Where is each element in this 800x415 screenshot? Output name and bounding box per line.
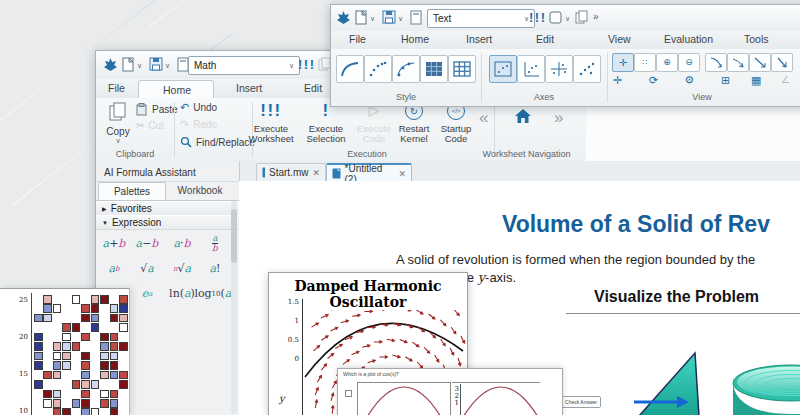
document-tab-untitled[interactable]: *Untitled (2) ✕: [326, 163, 412, 182]
plot-style-patch-button[interactable]: [420, 55, 448, 83]
matrix-cell: [110, 390, 119, 399]
matrix-cell: [53, 399, 62, 408]
tab-file[interactable]: File: [349, 33, 366, 45]
navigate-back-button[interactable]: «: [479, 108, 488, 128]
ai-formula-assistant-row[interactable]: AI Formula Assistant: [96, 163, 239, 182]
matrix-cell: [100, 333, 109, 342]
quiz-plot-option-1[interactable]: [357, 382, 451, 415]
document-tab-start[interactable]: Start.mw ✕: [256, 163, 326, 181]
home-button[interactable]: [514, 108, 532, 125]
plot-style-point-button[interactable]: [364, 55, 392, 83]
new-document-button[interactable]: [354, 10, 369, 26]
scale-x-button[interactable]: [749, 53, 771, 72]
quiz-plot-option-2[interactable]: 321: [452, 382, 540, 415]
plot-style-point-line-button[interactable]: [392, 55, 420, 83]
oscillator-y-label: y: [279, 393, 285, 404]
new-document-dropdown[interactable]: ∨: [370, 15, 375, 23]
probe-crosshair-button[interactable]: ✛: [613, 75, 622, 86]
expression-item[interactable]: ea: [130, 281, 164, 306]
tab-insert[interactable]: Insert: [466, 33, 492, 45]
matrix-cell: [72, 380, 81, 389]
zoom-out-button[interactable]: ⊖: [678, 53, 700, 72]
scale-unconstrained-button[interactable]: [727, 53, 749, 72]
new-document-button[interactable]: [121, 57, 136, 73]
axes-boxed-button[interactable]: [489, 55, 517, 83]
tick-label: 0: [295, 356, 299, 363]
scale-y-button[interactable]: [771, 53, 793, 72]
maple-leaf-icon: [337, 11, 350, 24]
expression-item[interactable]: ab: [98, 256, 130, 281]
undo-button[interactable]: ↶Undo: [180, 102, 217, 113]
axes-normal-button[interactable]: [517, 55, 545, 83]
tab-view[interactable]: View: [608, 33, 631, 45]
close-tab-icon[interactable]: ✕: [398, 169, 406, 179]
quiz-checkbox[interactable]: [345, 390, 352, 397]
print-button[interactable]: [409, 10, 424, 26]
subplot-button[interactable]: ∠: [781, 75, 790, 85]
execute-worksheet-quick-icon[interactable]: !!!: [529, 11, 547, 24]
paste-button[interactable]: Paste: [136, 103, 178, 116]
new-document-dropdown[interactable]: ∨: [137, 62, 142, 70]
translate-button[interactable]: ∷: [634, 53, 656, 72]
expression-item[interactable]: a−b: [130, 231, 164, 256]
pan-button[interactable]: ✛: [612, 53, 634, 72]
insert-section-button[interactable]: [549, 10, 563, 25]
panel-scrollbar[interactable]: [231, 201, 237, 414]
insert-section-dropdown[interactable]: ∨: [565, 15, 570, 23]
expression-item[interactable]: n√a: [164, 256, 200, 281]
close-tab-icon[interactable]: ✕: [312, 168, 320, 178]
tick-label: 1: [295, 318, 299, 325]
execute-worksheet-button[interactable]: !!! ExecuteWorksheet: [244, 102, 298, 119]
expression-item[interactable]: log10(a): [200, 281, 230, 306]
save-button[interactable]: [382, 10, 397, 25]
style-select[interactable]: Text∨: [427, 9, 535, 28]
ribbon-empty-area: [586, 98, 800, 161]
save-button[interactable]: [149, 57, 164, 72]
navigate-forward-button[interactable]: »: [554, 108, 563, 128]
save-dropdown[interactable]: ∨: [165, 62, 170, 70]
cut-button[interactable]: ✂ Cut: [136, 120, 164, 131]
axes-none-button[interactable]: [573, 55, 601, 83]
expression-item[interactable]: a·b: [164, 231, 200, 256]
solid-of-revolution-figure: [729, 356, 800, 415]
expression-item[interactable]: √a: [130, 256, 164, 281]
expression-section-header[interactable]: ▼ Expression: [96, 215, 239, 230]
panel-tab-palettes[interactable]: Palettes: [98, 182, 166, 201]
tab-edit[interactable]: Edit: [536, 33, 554, 45]
point-probe-button[interactable]: ⊙: [685, 75, 693, 85]
expression-item[interactable]: a+b: [98, 231, 130, 256]
save-dropdown[interactable]: ∨: [398, 15, 403, 23]
show-grid-button[interactable]: ⊞: [721, 75, 730, 86]
axes-cross-button[interactable]: [545, 55, 573, 83]
check-answer-button[interactable]: Check Answer: [561, 396, 601, 408]
tab-edit[interactable]: Edit: [304, 82, 322, 94]
tab-tools[interactable]: Tools: [744, 33, 769, 45]
undo-icon: ↶: [180, 102, 189, 113]
plot-style-patch-nogrid-button[interactable]: [448, 55, 476, 83]
oscillator-y-tick-labels: 1.510.50: [283, 273, 299, 415]
tab-insert[interactable]: Insert: [236, 82, 262, 94]
tab-evaluation[interactable]: Evaluation: [664, 33, 713, 45]
execute-worksheet-quick-icon[interactable]: !!!: [298, 58, 316, 71]
rotate-plot-button[interactable]: ⟳: [649, 75, 658, 86]
copy-quick-icon[interactable]: [575, 10, 589, 25]
copy-dropdown[interactable]: ∨: [102, 137, 134, 145]
tab-home[interactable]: Home: [401, 33, 429, 45]
scrollbar-thumb[interactable]: [231, 209, 237, 263]
plot-style-line-button[interactable]: [336, 55, 364, 83]
tab-file[interactable]: File: [108, 82, 125, 94]
edit-grid-button[interactable]: ▦: [751, 75, 761, 86]
zoom-in-button[interactable]: ⊕: [656, 53, 678, 72]
redo-button[interactable]: ↷Redo: [180, 119, 217, 130]
expression-item[interactable]: ab: [200, 231, 230, 256]
copy-button[interactable]: Copy ∨: [102, 102, 134, 150]
tick-label: 1.5: [288, 299, 299, 306]
favorites-section-header[interactable]: ▶ Favorites: [96, 201, 239, 216]
redo-icon: ↷: [180, 119, 189, 130]
style-select[interactable]: Math∨: [188, 56, 300, 75]
tab-home[interactable]: Home: [138, 80, 214, 99]
scale-constrained-button[interactable]: [705, 53, 727, 72]
expression-item[interactable]: a!: [200, 256, 230, 281]
panel-tab-workbook[interactable]: Workbook: [164, 182, 236, 200]
toolbar-overflow-button[interactable]: »: [593, 11, 599, 22]
